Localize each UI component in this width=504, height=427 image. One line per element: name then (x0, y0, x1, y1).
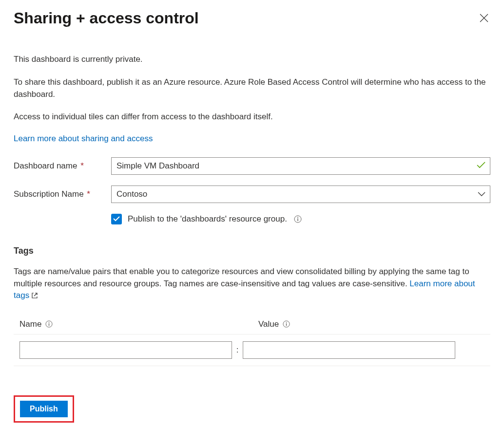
tag-row: : (14, 334, 490, 366)
info-icon[interactable] (45, 320, 53, 328)
intro-share-text: To share this dashboard, publish it as a… (14, 76, 490, 100)
page-title: Sharing + access control (14, 9, 199, 27)
close-button[interactable] (478, 12, 490, 24)
publish-resource-group-checkbox[interactable] (111, 214, 122, 224)
publish-button[interactable]: Publish (20, 401, 68, 417)
tags-col-name: Name (19, 319, 41, 329)
svg-point-1 (297, 217, 298, 218)
svg-rect-5 (49, 323, 49, 326)
tags-grid: Name Value : (14, 316, 490, 366)
tags-col-value: Value (258, 319, 279, 329)
subscription-name-label: Subscription Name * (14, 189, 111, 199)
svg-rect-2 (297, 218, 298, 221)
tags-description: Tags are name/value pairs that enable yo… (14, 266, 490, 303)
intro-private-text: This dashboard is currently private. (14, 54, 490, 66)
tag-value-input[interactable] (243, 341, 455, 359)
external-link-icon (31, 291, 38, 303)
close-icon (480, 14, 488, 22)
dashboard-name-input[interactable] (111, 157, 490, 175)
learn-sharing-link[interactable]: Learn more about sharing and access (14, 134, 153, 143)
svg-point-4 (49, 322, 50, 323)
publish-checkbox-label: Publish to the 'dashboards' resource gro… (128, 214, 287, 224)
info-icon[interactable] (294, 215, 302, 223)
dashboard-name-label: Dashboard name * (14, 161, 111, 171)
svg-point-7 (286, 322, 287, 323)
info-icon[interactable] (283, 320, 290, 328)
publish-highlight-box: Publish (14, 395, 74, 423)
intro-tiles-text: Access to individual tiles can differ fr… (14, 111, 490, 123)
svg-rect-8 (286, 323, 287, 326)
subscription-select[interactable] (111, 186, 490, 203)
tag-name-input[interactable] (19, 341, 232, 359)
tags-section-title: Tags (14, 246, 490, 256)
checkmark-icon (113, 216, 120, 222)
tag-separator: : (232, 345, 243, 355)
tags-header-row: Name Value (14, 316, 490, 334)
